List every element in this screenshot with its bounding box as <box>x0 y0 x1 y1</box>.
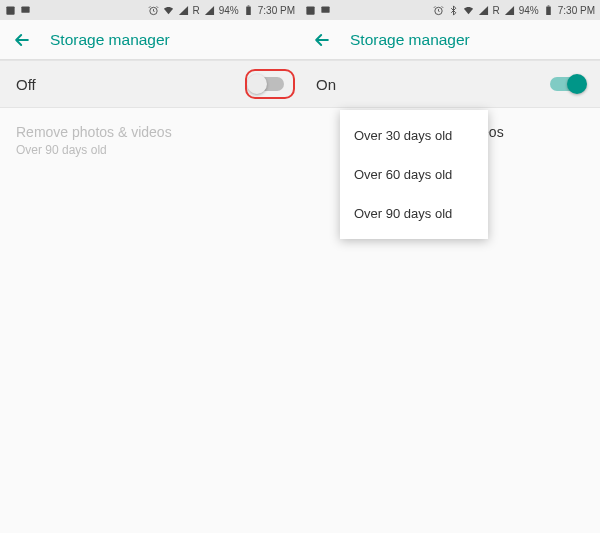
master-toggle-row[interactable]: Off <box>0 60 300 108</box>
svg-rect-1 <box>21 6 29 12</box>
alarm-icon <box>433 5 444 16</box>
master-toggle-switch[interactable] <box>550 77 584 91</box>
clock-text: 7:30 PM <box>258 5 295 16</box>
phone-right: R 94% 7:30 PM Storage manager On Remove … <box>300 0 600 533</box>
roaming-indicator: R <box>493 5 500 16</box>
image-icon <box>305 5 316 16</box>
image-icon <box>5 5 16 16</box>
age-dropdown-menu: Over 30 days old Over 60 days old Over 9… <box>340 110 488 239</box>
phone-left: R 94% 7:30 PM Storage manager Off Remove… <box>0 0 300 533</box>
battery-percent: 94% <box>519 5 539 16</box>
status-bar: R 94% 7:30 PM <box>300 0 600 20</box>
status-bar: R 94% 7:30 PM <box>0 0 300 20</box>
clock-text: 7:30 PM <box>558 5 595 16</box>
app-bar: Storage manager <box>300 20 600 60</box>
alarm-icon <box>148 5 159 16</box>
bluetooth-icon <box>448 5 459 16</box>
toggle-label: Off <box>16 76 36 93</box>
app-bar-title: Storage manager <box>50 31 170 49</box>
signal-icon <box>204 5 215 16</box>
svg-rect-5 <box>306 6 314 14</box>
master-toggle-switch[interactable] <box>250 77 284 91</box>
dropdown-option-30[interactable]: Over 30 days old <box>340 116 488 155</box>
signal-icon <box>504 5 515 16</box>
svg-rect-4 <box>247 5 249 6</box>
svg-rect-3 <box>246 6 251 15</box>
back-arrow-icon[interactable] <box>312 30 332 50</box>
svg-rect-9 <box>547 5 549 6</box>
remove-photos-setting-subtitle: Over 90 days old <box>16 143 284 157</box>
roaming-indicator: R <box>193 5 200 16</box>
toggle-label: On <box>316 76 336 93</box>
content-area: Remove photos & videos Over 90 days old <box>0 108 300 533</box>
image-icon <box>20 5 31 16</box>
app-bar: Storage manager <box>0 20 300 60</box>
svg-rect-6 <box>321 6 329 12</box>
remove-photos-setting-title: Remove photos & videos <box>16 124 284 140</box>
dropdown-option-60[interactable]: Over 60 days old <box>340 155 488 194</box>
signal-icon <box>178 5 189 16</box>
signal-icon <box>478 5 489 16</box>
battery-percent: 94% <box>219 5 239 16</box>
back-arrow-icon[interactable] <box>12 30 32 50</box>
app-bar-title: Storage manager <box>350 31 470 49</box>
master-toggle-row[interactable]: On <box>300 60 600 108</box>
wifi-icon <box>463 5 474 16</box>
wifi-icon <box>163 5 174 16</box>
svg-rect-0 <box>6 6 14 14</box>
image-icon <box>320 5 331 16</box>
svg-rect-8 <box>546 6 551 15</box>
dropdown-option-90[interactable]: Over 90 days old <box>340 194 488 233</box>
content-area: Remove photos & videos Over 30 days old … <box>300 108 600 533</box>
battery-icon <box>243 5 254 16</box>
battery-icon <box>543 5 554 16</box>
